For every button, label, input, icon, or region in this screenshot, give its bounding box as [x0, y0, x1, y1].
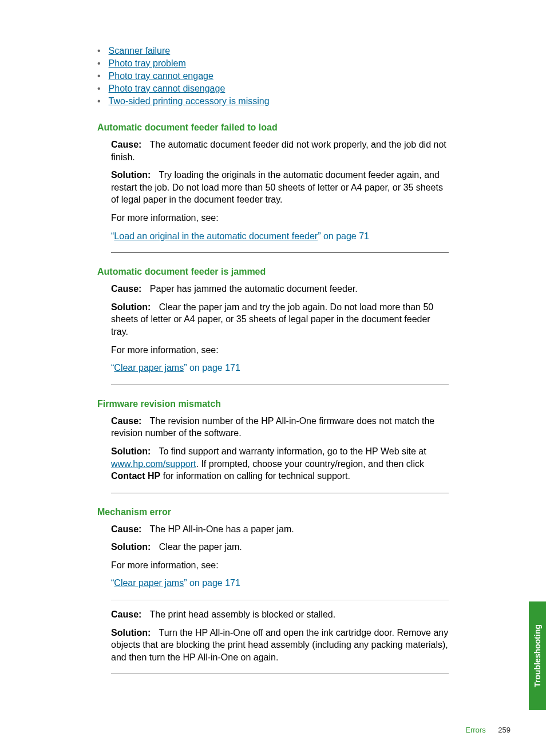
cause-text: The automatic document feeder did not wo…: [111, 140, 446, 162]
cause-label: Cause:: [111, 284, 141, 294]
solution-text: Clear the paper jam.: [159, 542, 242, 552]
cross-reference: “Load an original in the automatic docum…: [111, 230, 449, 243]
cause-paragraph: Cause: The HP All-in-One has a paper jam…: [111, 523, 449, 536]
toc-link-photo-tray-cannot-engage[interactable]: Photo tray cannot engage: [109, 71, 213, 81]
cause-text: The print head assembly is blocked or st…: [150, 609, 336, 619]
solution-paragraph: Solution: Turn the HP All-in-One off and…: [111, 627, 449, 664]
quote-close-suffix: ” on page 171: [184, 363, 240, 373]
toc-item: Photo tray problem: [97, 58, 449, 69]
section-heading-adf-jammed: Automatic document feeder is jammed: [97, 267, 449, 277]
cross-reference: “Clear paper jams” on page 171: [111, 362, 449, 374]
more-info-text: For more information, see:: [111, 212, 449, 224]
page-footer: Errors 259: [465, 726, 511, 734]
solution-paragraph: Solution: To find support and warranty i…: [111, 445, 449, 482]
solution-paragraph: Solution: Try loading the originals in t…: [111, 169, 449, 206]
cause-label: Cause:: [111, 140, 141, 149]
cause-label: Cause:: [111, 609, 141, 619]
toc-link-photo-tray-problem[interactable]: Photo tray problem: [109, 58, 186, 68]
cause-text: Paper has jammed the automatic document …: [150, 284, 358, 294]
solution-text: Try loading the originals in the automat…: [111, 170, 443, 204]
subsection-divider: [111, 600, 449, 600]
toc-list: Scanner failure Photo tray problem Photo…: [97, 46, 449, 106]
section-heading-adf-failed: Automatic document feeder failed to load: [97, 122, 449, 133]
side-tab-troubleshooting: Troubleshooting: [529, 601, 546, 710]
cause-text: The HP All-in-One has a paper jam.: [150, 524, 294, 534]
link-clear-paper-jams[interactable]: Clear paper jams: [114, 363, 184, 373]
solution-text: Clear the paper jam and try the job agai…: [111, 302, 433, 337]
more-info-text: For more information, see:: [111, 559, 449, 572]
toc-item: Photo tray cannot disengage: [97, 84, 449, 94]
cross-reference: “Clear paper jams” on page 171: [111, 577, 449, 589]
cause-paragraph: Cause: The revision number of the HP All…: [111, 415, 449, 440]
cause-label: Cause:: [111, 416, 141, 426]
solution-label: Solution:: [111, 628, 151, 638]
toc-link-two-sided-missing[interactable]: Two-sided printing accessory is missing: [109, 96, 270, 106]
side-tab-label: Troubleshooting: [533, 624, 542, 687]
section-heading-mechanism-error: Mechanism error: [97, 507, 449, 517]
quote-close-suffix: ” on page 171: [184, 578, 240, 588]
cause-text: The revision number of the HP All-in-One…: [111, 416, 434, 438]
cause-paragraph: Cause: The automatic document feeder did…: [111, 138, 449, 163]
solution-label: Solution:: [111, 302, 151, 312]
more-info-text: For more information, see:: [111, 344, 449, 357]
quote-close-suffix: ” on page 71: [318, 231, 369, 241]
section-divider: [111, 674, 449, 674]
footer-page-number: 259: [498, 726, 511, 734]
link-hp-support[interactable]: www.hp.com/support: [111, 459, 196, 469]
section-heading-firmware-mismatch: Firmware revision mismatch: [97, 399, 449, 409]
cause-paragraph: Cause: The print head assembly is blocke…: [111, 608, 449, 621]
solution-text-b: . If prompted, choose your country/regio…: [196, 459, 424, 469]
solution-text-a: To find support and warranty information…: [159, 446, 426, 456]
link-clear-paper-jams[interactable]: Clear paper jams: [114, 578, 184, 588]
link-load-original-adf[interactable]: Load an original in the automatic docume…: [114, 231, 318, 241]
section-divider: [111, 493, 449, 493]
toc-link-photo-tray-cannot-disengage[interactable]: Photo tray cannot disengage: [109, 84, 225, 93]
section-divider: [111, 252, 449, 253]
toc-link-scanner-failure[interactable]: Scanner failure: [109, 46, 171, 56]
solution-text: Turn the HP All-in-One off and open the …: [111, 628, 448, 662]
cause-label: Cause:: [111, 524, 141, 534]
section-divider: [111, 385, 449, 385]
cause-paragraph: Cause: Paper has jammed the automatic do…: [111, 283, 449, 295]
contact-hp-bold: Contact HP: [111, 471, 160, 481]
footer-section-label: Errors: [465, 726, 485, 734]
solution-paragraph: Solution: Clear the paper jam and try th…: [111, 301, 449, 338]
solution-label: Solution:: [111, 542, 151, 552]
toc-item: Scanner failure: [97, 46, 449, 56]
solution-label: Solution:: [111, 446, 151, 456]
toc-item: Two-sided printing accessory is missing: [97, 96, 449, 106]
solution-text-c: for information on calling for technical…: [160, 471, 350, 481]
toc-item: Photo tray cannot engage: [97, 71, 449, 81]
solution-paragraph: Solution: Clear the paper jam.: [111, 541, 449, 553]
solution-label: Solution:: [111, 170, 151, 180]
